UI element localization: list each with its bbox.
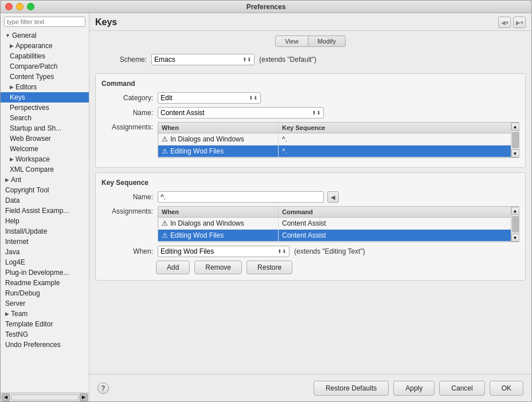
td-keyseq-0: ^. bbox=[279, 133, 519, 145]
tab-view[interactable]: View bbox=[275, 36, 308, 47]
sidebar-label-team: Team bbox=[11, 310, 28, 318]
sidebar-item-capabilities[interactable]: Capabilities bbox=[1, 51, 89, 61]
nav-forward-button[interactable]: ▶▾ bbox=[513, 17, 526, 28]
sidebar-item-help[interactable]: Help bbox=[1, 216, 89, 226]
expand-arrow-team: ▶ bbox=[5, 311, 9, 317]
sidebar-item-template-editor[interactable]: Template Editor bbox=[1, 319, 89, 329]
scroll-down-key[interactable]: ▼ bbox=[511, 234, 519, 242]
add-button[interactable]: Add bbox=[156, 261, 190, 274]
sidebar-item-editors[interactable]: ▶ Editors bbox=[1, 82, 89, 92]
expand-arrow-workspace: ▶ bbox=[10, 156, 14, 162]
scroll-up-cmd[interactable]: ▲ bbox=[511, 123, 519, 131]
command-assignments-container: When Key Sequence ⚠ In Dialogs and Windo… bbox=[158, 122, 519, 158]
sidebar-item-readme[interactable]: Readme Example bbox=[1, 278, 89, 288]
sidebar-item-general[interactable]: ▼ General bbox=[1, 30, 89, 41]
sidebar-item-field-assist[interactable]: Field Assist Examp... bbox=[1, 206, 89, 216]
sidebar-item-log4e[interactable]: Log4E bbox=[1, 257, 89, 267]
sidebar-item-java[interactable]: Java bbox=[1, 247, 89, 257]
sidebar-item-keys[interactable]: Keys bbox=[1, 92, 89, 103]
sidebar-label-appearance: Appearance bbox=[15, 42, 53, 50]
cancel-button[interactable]: Cancel bbox=[439, 381, 484, 396]
table-row[interactable]: ⚠ Editing Wod Files Content Assist bbox=[158, 230, 519, 242]
sidebar-item-undo-prefs[interactable]: Undo Preferences bbox=[1, 340, 89, 350]
category-select[interactable]: Edit ⬆⬇ bbox=[158, 92, 261, 104]
sidebar-item-web-browser[interactable]: Web Browser bbox=[1, 133, 89, 144]
sidebar-label-general: General bbox=[12, 31, 37, 40]
table-row[interactable]: ⚠ Editing Wod Files ^. bbox=[158, 145, 519, 157]
when-label: When: bbox=[101, 247, 153, 255]
scroll-up-key[interactable]: ▲ bbox=[511, 207, 519, 215]
maximize-button[interactable] bbox=[27, 3, 34, 10]
help-button[interactable]: ? bbox=[97, 383, 109, 394]
sidebar-label-field-assist: Field Assist Examp... bbox=[5, 207, 69, 215]
scroll-right-arrow[interactable]: ▶ bbox=[80, 393, 88, 401]
sidebar-item-install-update[interactable]: Install/Update bbox=[1, 226, 89, 237]
sidebar-item-team[interactable]: ▶ Team bbox=[1, 309, 89, 319]
sidebar-item-startup[interactable]: Startup and Sh... bbox=[1, 123, 89, 133]
when-select[interactable]: Editing Wod Files ⬆⬇ bbox=[158, 246, 290, 257]
table-row[interactable]: ⚠ In Dialogs and Windows Content Assist bbox=[158, 218, 519, 230]
key-sequence-section: Key Sequence Name: ◀ Assignments bbox=[95, 172, 526, 281]
td-when-key-text-1: Editing Wod Files bbox=[170, 231, 224, 239]
restore-button[interactable]: Restore bbox=[247, 261, 292, 274]
ok-button[interactable]: OK bbox=[490, 381, 523, 396]
key-arrow-button[interactable]: ◀ bbox=[327, 191, 339, 203]
th-when-key: When bbox=[158, 207, 279, 217]
sidebar-label-copyright-tool: Copyright Tool bbox=[5, 186, 49, 194]
sidebar-item-content-types[interactable]: Content Types bbox=[1, 72, 89, 82]
minimize-button[interactable] bbox=[16, 3, 24, 10]
sidebar-item-compare-patch[interactable]: Compare/Patch bbox=[1, 61, 89, 72]
sidebar-item-plugin[interactable]: Plug-in Developme... bbox=[1, 267, 89, 278]
sidebar-item-server[interactable]: Server bbox=[1, 298, 89, 309]
name-arrow-icon: ⬆⬇ bbox=[312, 110, 321, 116]
name-row: Name: Content Assist ⬆⬇ bbox=[101, 107, 519, 119]
sidebar-label-install-update: Install/Update bbox=[5, 227, 47, 235]
footer-right: Restore Defaults Apply Cancel OK bbox=[314, 381, 523, 396]
category-row: Category: Edit ⬆⬇ bbox=[101, 92, 519, 104]
key-sequence-input[interactable] bbox=[158, 191, 324, 203]
remove-button[interactable]: Remove bbox=[194, 261, 242, 274]
sidebar-label-log4e: Log4E bbox=[5, 258, 25, 266]
close-button[interactable] bbox=[5, 3, 13, 10]
name-label: Name: bbox=[101, 109, 153, 117]
sidebar-item-internet[interactable]: Internet bbox=[1, 237, 89, 247]
sidebar-label-capabilities: Capabilities bbox=[10, 52, 45, 60]
tree-area: ▼ General ▶ Appearance Capabilities Comp… bbox=[1, 30, 89, 392]
key-assignments-row: Assignments: When Command bbox=[101, 206, 519, 242]
key-assignments-label: Assignments: bbox=[101, 206, 153, 215]
when-arrow-icon: ⬆⬇ bbox=[277, 249, 287, 254]
sidebar-label-editors: Editors bbox=[15, 83, 37, 91]
filter-input[interactable] bbox=[4, 17, 85, 27]
th-keyseq-cmd: Key Sequence bbox=[279, 123, 519, 133]
command-section: Command Category: Edit ⬆⬇ Name: Conten bbox=[95, 73, 526, 168]
sidebar-item-copyright-tool[interactable]: Copyright Tool bbox=[1, 185, 89, 195]
apply-button[interactable]: Apply bbox=[393, 381, 435, 396]
sidebar-item-search[interactable]: Search bbox=[1, 113, 89, 123]
nav-back-button[interactable]: ◀▾ bbox=[498, 17, 511, 28]
sidebar-item-testng[interactable]: TestNG bbox=[1, 329, 89, 340]
sidebar-item-workspace[interactable]: ▶ Workspace bbox=[1, 154, 89, 164]
sidebar-item-data[interactable]: Data bbox=[1, 195, 89, 206]
tab-modify[interactable]: Modify bbox=[308, 36, 346, 47]
scroll-left-arrow[interactable]: ◀ bbox=[2, 393, 10, 401]
sidebar-item-xml-compare[interactable]: XML Compare bbox=[1, 164, 89, 175]
warn-icon-1: ⚠ bbox=[162, 147, 168, 155]
sidebar-item-run-debug[interactable]: Run/Debug bbox=[1, 288, 89, 298]
key-sequence-title: Key Sequence bbox=[101, 179, 519, 187]
sidebar-item-appearance[interactable]: ▶ Appearance bbox=[1, 41, 89, 51]
scheme-value: Emacs bbox=[154, 56, 175, 64]
table-row[interactable]: ⚠ In Dialogs and Windows ^. bbox=[158, 133, 519, 145]
window-title: Preferences bbox=[247, 3, 286, 11]
sidebar-item-ant[interactable]: ▶ Ant bbox=[1, 175, 89, 185]
sidebar-item-perspectives[interactable]: Perspectives bbox=[1, 103, 89, 113]
sidebar-item-welcome[interactable]: Welcome bbox=[1, 144, 89, 154]
footer-left: ? bbox=[97, 383, 109, 394]
main-header: Keys ◀▾ ▶▾ bbox=[89, 13, 531, 31]
key-name-label: Name: bbox=[101, 193, 153, 201]
warn-icon-key-0: ⚠ bbox=[162, 219, 168, 227]
scroll-down-cmd[interactable]: ▼ bbox=[511, 149, 519, 157]
name-select[interactable]: Content Assist ⬆⬇ bbox=[158, 107, 324, 119]
scheme-select[interactable]: Emacs ⬆⬇ bbox=[151, 54, 255, 65]
command-assignments-table: When Key Sequence ⚠ In Dialogs and Windo… bbox=[158, 122, 519, 158]
restore-defaults-button[interactable]: Restore Defaults bbox=[314, 381, 389, 396]
